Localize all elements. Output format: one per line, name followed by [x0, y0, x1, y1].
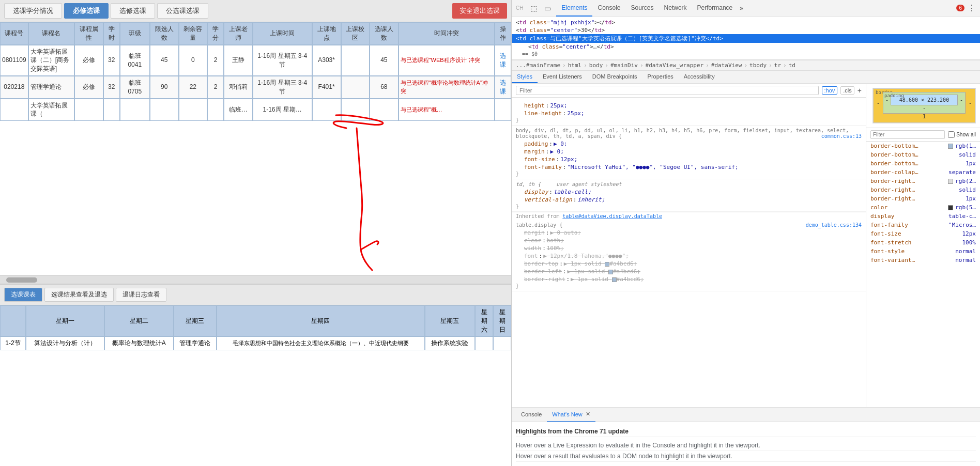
cell-hours: [103, 99, 120, 121]
tab-schedule[interactable]: 选课课表: [4, 288, 42, 302]
console-tab-console[interactable]: Console: [516, 408, 547, 422]
bc-tbody[interactable]: tbody: [749, 62, 767, 69]
more-options[interactable]: ⋮: [968, 3, 976, 13]
subtab-props[interactable]: Properties: [642, 71, 679, 83]
exit-button[interactable]: 安全退出选课: [452, 3, 507, 19]
more-tabs[interactable]: »: [738, 5, 745, 12]
tab-sources[interactable]: Sources: [626, 0, 659, 17]
computed-prop-borderright2: border-right… solid: [866, 185, 980, 194]
console-msg-3: Hover over a result that evaluates to a …: [516, 451, 976, 462]
cell-action: 选课: [495, 76, 511, 99]
th-coursename: 课程名: [28, 22, 74, 45]
devtools-panel: CH ⬚ ▭ Elements Console Sources Network …: [512, 0, 980, 466]
subtab-dom[interactable]: DOM Breakpoints: [587, 71, 642, 83]
schedule-row: 1-2节 算法设计与分析（计） 概率论与数理统计A 管理学通论 毛泽东思想和中国…: [0, 336, 511, 350]
tab-network[interactable]: Network: [659, 0, 692, 17]
box-model: border - padding - 48.600 × 223.200 -: [872, 88, 976, 123]
bc-tr[interactable]: tr: [774, 62, 781, 69]
th-thu: 星期四: [217, 305, 424, 336]
top-nav: 选课学分情况 必修选课 选修选课 公选课选课 安全退出选课: [0, 0, 511, 22]
cell-conflict: 与已选课程"WEB程序设计"冲突: [399, 45, 495, 76]
bc-dataview[interactable]: #dataView: [711, 62, 742, 69]
tab-console[interactable]: Console: [592, 0, 625, 17]
th-hours: 学时: [103, 22, 120, 45]
bc-td[interactable]: td: [789, 62, 795, 69]
tab-xuanxiu[interactable]: 选修选课: [111, 3, 155, 19]
inherited-link[interactable]: table#dataView.display.dataTable: [562, 213, 662, 219]
th-conflict: 时间冲突: [399, 22, 495, 45]
select-link-0[interactable]: 选课: [500, 52, 506, 68]
filter-cls[interactable]: .cls: [840, 86, 854, 95]
cell-courseid: [0, 99, 28, 121]
html-tree: <td class="mjhj pxhhjx"></td> <td class=…: [512, 17, 980, 60]
dollar-zero: == $0: [522, 51, 538, 57]
cell-students: 68: [370, 76, 399, 99]
cell-campus: [341, 76, 370, 99]
cell-coursename: 大学英语拓展课（二）[商务交际英语]: [28, 45, 74, 76]
console-bar: Console What's New ✕: [512, 407, 980, 422]
source-link-common[interactable]: common.css:13: [821, 133, 862, 139]
bc-maindiv[interactable]: #mainDiv: [610, 62, 638, 69]
filter-hov[interactable]: :hov: [822, 86, 838, 95]
bc-mainframe[interactable]: ...#mainFrame: [516, 62, 560, 69]
cell-class: 临班0705: [120, 76, 150, 99]
color-swatch: [948, 179, 953, 184]
h-scrollbar-thumb[interactable]: [6, 277, 37, 283]
tab-performance[interactable]: Performance: [692, 0, 738, 17]
styles-content: height:25px; line-height:25px; } body, d…: [512, 98, 866, 293]
styles-filter-input[interactable]: [516, 86, 819, 95]
cell-class: [120, 99, 150, 121]
tab-results[interactable]: 选课结果查看及退选: [44, 288, 114, 302]
show-all-checkbox[interactable]: [948, 131, 955, 138]
bc-html[interactable]: html: [568, 62, 582, 69]
computed-props: border-bottom… rgb(1… border-bottom… sol…: [866, 142, 980, 265]
style-prop-clear: clear:both;: [516, 237, 862, 244]
style-prop-height: height:25px;: [516, 102, 862, 110]
source-link-demo[interactable]: demo_table.css:134: [806, 222, 862, 228]
style-prop-valign: vertical-align:inherit;: [516, 196, 862, 204]
filter-plus[interactable]: +: [858, 86, 862, 95]
cell-hours: 32: [103, 45, 120, 76]
inspect-icon[interactable]: ⬚: [528, 3, 539, 13]
table-row: 大学英语拓展课（ 临班… 1-16周 星期… 与已选课程"概…: [0, 99, 511, 121]
console-tab-whatsnew[interactable]: What's New ✕: [547, 408, 595, 422]
tab-log[interactable]: 退课日志查看: [116, 288, 166, 302]
subtab-events[interactable]: Event Listeners: [538, 71, 587, 83]
h-scrollbar[interactable]: [0, 275, 511, 284]
bc-wrapper[interactable]: #dataView_wrapper: [646, 62, 704, 69]
schedule-table: 星期一 星期二 星期三 星期四 星期五 星期六 星期日 1-2节 算法设计与分析…: [0, 305, 511, 350]
cell-students: [370, 99, 399, 121]
computed-prop-borderbottom1: border-bottom… rgb(1…: [866, 142, 980, 150]
tree-line-5: == $0: [512, 51, 980, 57]
cell-maxstu: 90: [150, 76, 179, 99]
bc-body[interactable]: body: [589, 62, 603, 69]
tree-line-3[interactable]: <td class=与已选课程"大学英语拓展课（二）[英美文学名篇选读]"冲突<…: [512, 34, 980, 43]
cell-remaining: 0: [179, 45, 208, 76]
cell-time: 1-16周 星期五 3-4节: [253, 45, 312, 76]
color-swatch: [948, 205, 953, 210]
cell-attr: 必修: [74, 76, 103, 99]
tab-bixiu[interactable]: 必修选课: [64, 3, 109, 19]
computed-prop-borderbottom2: border-bottom… solid: [866, 150, 980, 159]
cell-credits: 2: [207, 45, 224, 76]
right-filter-input[interactable]: [870, 130, 945, 139]
th-remaining: 剩余容量: [179, 22, 208, 45]
tab-xueke[interactable]: 选课学分情况: [4, 3, 62, 19]
close-whatsnew[interactable]: ✕: [586, 411, 590, 417]
sched-tue: 概率论与数理统计A: [104, 336, 174, 350]
scribble-overlay: [326, 110, 398, 275]
devtools-tabs: Elements Console Sources Network Perform…: [556, 0, 952, 17]
subtab-styles[interactable]: Styles: [512, 71, 538, 83]
tab-elements[interactable]: Elements: [556, 0, 592, 17]
select-link-1[interactable]: 选课: [500, 79, 506, 95]
tab-gongxuan[interactable]: 公选课选课: [157, 3, 208, 19]
cell-action: 选课: [495, 45, 511, 76]
period-label: 1-2节: [0, 336, 26, 350]
style-prop-borderright: border-right:▶ 1px solid #a4bcd6;: [516, 275, 862, 283]
cell-time: 1-16周 星期…: [253, 99, 312, 121]
bottom-section: 选课课表 选课结果查看及退选 退课日志查看 星期一 星期二 星期三 星期四 星期…: [0, 284, 511, 350]
subtab-access[interactable]: Accessibility: [679, 71, 720, 83]
device-icon[interactable]: ▭: [542, 3, 553, 13]
style-prop-fontsize: font-size:12px;: [516, 156, 862, 163]
cell-credits: [207, 99, 224, 121]
